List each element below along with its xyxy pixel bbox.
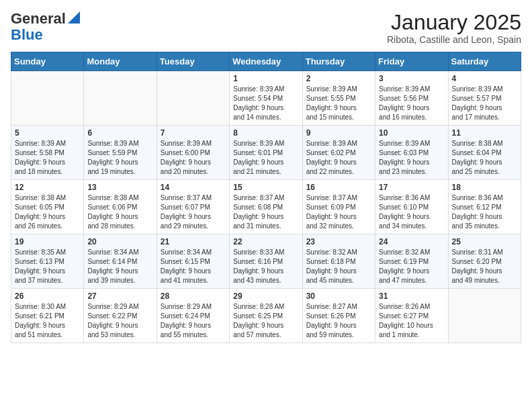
- day-number: 22: [233, 237, 298, 246]
- calendar-cell: 12Sunrise: 8:38 AMSunset: 6:05 PMDayligh…: [11, 180, 84, 234]
- calendar-week-5: 26Sunrise: 8:30 AMSunset: 6:21 PMDayligh…: [11, 289, 521, 343]
- title-block: January 2025 Ribota, Castille and Leon, …: [387, 11, 521, 45]
- header-sunday: Sunday: [11, 52, 84, 71]
- calendar-cell: 10Sunrise: 8:39 AMSunset: 6:03 PMDayligh…: [375, 126, 448, 180]
- day-number: 27: [87, 291, 152, 301]
- day-number: 14: [161, 183, 226, 192]
- day-info: Sunrise: 8:39 AMSunset: 5:59 PMDaylight:…: [87, 139, 152, 177]
- calendar-week-2: 5Sunrise: 8:39 AMSunset: 5:58 PMDaylight…: [11, 126, 521, 180]
- day-number: 12: [15, 183, 80, 192]
- day-info: Sunrise: 8:33 AMSunset: 6:16 PMDaylight:…: [233, 248, 298, 285]
- header-wednesday: Wednesday: [230, 52, 302, 71]
- day-number: 10: [379, 128, 444, 138]
- day-info: Sunrise: 8:39 AMSunset: 6:01 PMDaylight:…: [233, 139, 298, 177]
- day-number: 4: [452, 74, 517, 83]
- day-info: Sunrise: 8:39 AMSunset: 6:02 PMDaylight:…: [306, 139, 371, 177]
- day-info: Sunrise: 8:35 AMSunset: 6:13 PMDaylight:…: [15, 248, 80, 285]
- day-info: Sunrise: 8:38 AMSunset: 6:06 PMDaylight:…: [87, 193, 152, 231]
- calendar-cell: 31Sunrise: 8:26 AMSunset: 6:27 PMDayligh…: [375, 289, 448, 343]
- day-info: Sunrise: 8:34 AMSunset: 6:15 PMDaylight:…: [161, 248, 226, 285]
- calendar-cell: 14Sunrise: 8:37 AMSunset: 6:07 PMDayligh…: [157, 180, 229, 234]
- calendar-cell: 17Sunrise: 8:36 AMSunset: 6:10 PMDayligh…: [375, 180, 448, 234]
- calendar-cell: 19Sunrise: 8:35 AMSunset: 6:13 PMDayligh…: [11, 234, 84, 289]
- day-number: 30: [306, 291, 371, 301]
- day-info: Sunrise: 8:29 AMSunset: 6:22 PMDaylight:…: [87, 302, 152, 340]
- day-info: Sunrise: 8:39 AMSunset: 5:54 PMDaylight:…: [233, 85, 298, 122]
- day-info: Sunrise: 8:39 AMSunset: 6:00 PMDaylight:…: [161, 139, 226, 177]
- calendar-cell: [84, 71, 157, 126]
- day-info: Sunrise: 8:39 AMSunset: 5:55 PMDaylight:…: [306, 85, 371, 122]
- calendar-cell: 29Sunrise: 8:28 AMSunset: 6:25 PMDayligh…: [230, 289, 302, 343]
- day-number: 6: [87, 128, 152, 138]
- calendar-cell: 6Sunrise: 8:39 AMSunset: 5:59 PMDaylight…: [84, 126, 157, 180]
- day-info: Sunrise: 8:29 AMSunset: 6:24 PMDaylight:…: [161, 302, 226, 340]
- calendar-week-1: 1Sunrise: 8:39 AMSunset: 5:54 PMDaylight…: [11, 71, 521, 126]
- day-info: Sunrise: 8:39 AMSunset: 6:03 PMDaylight:…: [379, 139, 444, 177]
- calendar-cell: 24Sunrise: 8:32 AMSunset: 6:19 PMDayligh…: [375, 234, 448, 289]
- header-thursday: Thursday: [302, 52, 375, 71]
- day-info: Sunrise: 8:28 AMSunset: 6:25 PMDaylight:…: [233, 302, 298, 340]
- calendar-cell: 4Sunrise: 8:39 AMSunset: 5:57 PMDaylight…: [448, 71, 521, 126]
- calendar-cell: 3Sunrise: 8:39 AMSunset: 5:56 PMDaylight…: [375, 71, 448, 126]
- calendar-cell: 30Sunrise: 8:27 AMSunset: 6:26 PMDayligh…: [302, 289, 375, 343]
- day-info: Sunrise: 8:30 AMSunset: 6:21 PMDaylight:…: [15, 302, 80, 340]
- day-number: 18: [452, 183, 517, 192]
- day-info: Sunrise: 8:34 AMSunset: 6:14 PMDaylight:…: [87, 248, 152, 285]
- location-subtitle: Ribota, Castille and Leon, Spain: [387, 34, 521, 45]
- day-number: 1: [233, 74, 298, 83]
- day-number: 20: [87, 237, 152, 246]
- logo-icon: [68, 11, 80, 24]
- calendar-cell: 9Sunrise: 8:39 AMSunset: 6:02 PMDaylight…: [302, 126, 375, 180]
- day-number: 9: [306, 128, 371, 138]
- calendar-cell: 1Sunrise: 8:39 AMSunset: 5:54 PMDaylight…: [230, 71, 302, 126]
- day-number: 3: [379, 74, 444, 83]
- day-info: Sunrise: 8:39 AMSunset: 5:58 PMDaylight:…: [15, 139, 80, 177]
- calendar-cell: [448, 289, 521, 343]
- month-title: January 2025: [387, 11, 521, 34]
- day-number: 25: [452, 237, 517, 246]
- day-number: 8: [233, 128, 298, 138]
- calendar-cell: 5Sunrise: 8:39 AMSunset: 5:58 PMDaylight…: [11, 126, 84, 180]
- day-number: 29: [233, 291, 298, 301]
- day-info: Sunrise: 8:37 AMSunset: 6:07 PMDaylight:…: [161, 193, 226, 231]
- day-number: 2: [306, 74, 371, 83]
- day-number: 11: [452, 128, 517, 138]
- header-friday: Friday: [375, 52, 448, 71]
- logo: General Blue: [11, 11, 80, 43]
- day-number: 7: [161, 128, 226, 138]
- day-info: Sunrise: 8:26 AMSunset: 6:27 PMDaylight:…: [379, 302, 444, 340]
- day-number: 15: [233, 183, 298, 192]
- day-info: Sunrise: 8:39 AMSunset: 5:56 PMDaylight:…: [379, 85, 444, 122]
- logo-blue: Blue: [11, 27, 43, 43]
- header-monday: Monday: [84, 52, 157, 71]
- day-number: 19: [15, 237, 80, 246]
- calendar-cell: [157, 71, 229, 126]
- calendar-cell: 28Sunrise: 8:29 AMSunset: 6:24 PMDayligh…: [157, 289, 229, 343]
- calendar-cell: 16Sunrise: 8:37 AMSunset: 6:09 PMDayligh…: [302, 180, 375, 234]
- day-number: 24: [379, 237, 444, 246]
- day-number: 17: [379, 183, 444, 192]
- svg-marker-0: [68, 11, 80, 24]
- day-info: Sunrise: 8:32 AMSunset: 6:19 PMDaylight:…: [379, 248, 444, 285]
- header-tuesday: Tuesday: [157, 52, 229, 71]
- calendar-cell: 13Sunrise: 8:38 AMSunset: 6:06 PMDayligh…: [84, 180, 157, 234]
- day-info: Sunrise: 8:36 AMSunset: 6:10 PMDaylight:…: [379, 193, 444, 231]
- calendar-cell: 18Sunrise: 8:36 AMSunset: 6:12 PMDayligh…: [448, 180, 521, 234]
- calendar-cell: 25Sunrise: 8:31 AMSunset: 6:20 PMDayligh…: [448, 234, 521, 289]
- calendar-cell: [11, 71, 84, 126]
- calendar-cell: 15Sunrise: 8:37 AMSunset: 6:08 PMDayligh…: [230, 180, 302, 234]
- calendar-cell: 2Sunrise: 8:39 AMSunset: 5:55 PMDaylight…: [302, 71, 375, 126]
- day-info: Sunrise: 8:31 AMSunset: 6:20 PMDaylight:…: [452, 248, 517, 285]
- day-info: Sunrise: 8:27 AMSunset: 6:26 PMDaylight:…: [306, 302, 371, 340]
- day-number: 21: [161, 237, 226, 246]
- day-number: 5: [15, 128, 80, 138]
- calendar-cell: 21Sunrise: 8:34 AMSunset: 6:15 PMDayligh…: [157, 234, 229, 289]
- day-number: 31: [379, 291, 444, 301]
- calendar-cell: 26Sunrise: 8:30 AMSunset: 6:21 PMDayligh…: [11, 289, 84, 343]
- day-info: Sunrise: 8:39 AMSunset: 5:57 PMDaylight:…: [452, 85, 517, 122]
- calendar-cell: 22Sunrise: 8:33 AMSunset: 6:16 PMDayligh…: [230, 234, 302, 289]
- calendar-week-4: 19Sunrise: 8:35 AMSunset: 6:13 PMDayligh…: [11, 234, 521, 289]
- logo-general: General: [11, 11, 66, 27]
- calendar-header-row: SundayMondayTuesdayWednesdayThursdayFrid…: [11, 52, 521, 71]
- page-header: General Blue January 2025 Ribota, Castil…: [11, 11, 521, 45]
